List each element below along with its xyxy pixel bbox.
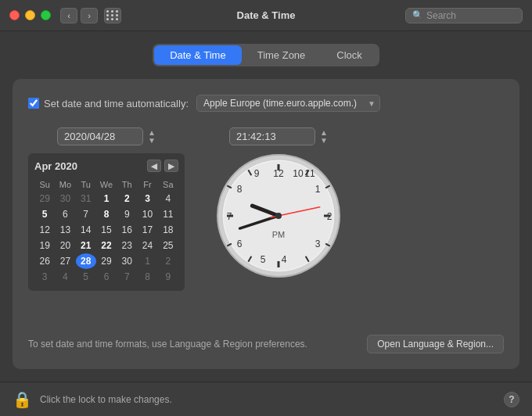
search-icon: 🔍 xyxy=(412,10,423,20)
calendar-day[interactable]: 2 xyxy=(158,253,178,269)
calendar-day[interactable]: 24 xyxy=(137,238,157,253)
auto-set-checkbox[interactable] xyxy=(28,98,39,109)
calendar-day[interactable]: 8 xyxy=(96,206,117,222)
calendar-day[interactable]: 5 xyxy=(76,269,96,285)
calendar-day[interactable]: 4 xyxy=(55,269,75,285)
date-up-arrow[interactable]: ▲ xyxy=(148,129,156,137)
note-text: To set date and time formats, use Langua… xyxy=(28,339,307,350)
time-up-arrow[interactable]: ▲ xyxy=(320,129,328,137)
lock-icon[interactable]: 🔒 xyxy=(13,390,32,409)
minimize-button[interactable] xyxy=(25,10,35,20)
calendar-day[interactable]: 20 xyxy=(55,238,75,253)
datetime-row: 2020/04/28 ▲ ▼ Apr 2020 ◀ ▶ xyxy=(28,127,504,291)
calendar-day[interactable]: 11 xyxy=(158,206,178,222)
calendar-day[interactable]: 5 xyxy=(34,206,55,222)
calendar-day[interactable]: 15 xyxy=(96,222,117,238)
back-button[interactable]: ‹ xyxy=(60,8,77,23)
calendar-prev-button[interactable]: ◀ xyxy=(147,160,161,172)
calendar-day[interactable]: 30 xyxy=(55,191,75,206)
lock-text: Click the lock to make changes. xyxy=(40,394,496,405)
calendar-day[interactable]: 29 xyxy=(34,191,55,206)
svg-text:1: 1 xyxy=(315,184,321,195)
calendar-day[interactable]: 26 xyxy=(34,253,55,269)
calendar-nav: ◀ ▶ xyxy=(147,160,178,172)
calendar-day[interactable]: 6 xyxy=(96,269,117,285)
calendar-day[interactable]: 19 xyxy=(34,238,55,253)
svg-text:12: 12 xyxy=(273,168,284,179)
svg-text:11: 11 xyxy=(304,168,315,179)
calendar-grid: Su Mo Tu We Th Fr Sa 2930311234567891011… xyxy=(34,178,178,285)
maximize-button[interactable] xyxy=(41,10,51,20)
tab-date-time[interactable]: Date & Time xyxy=(154,45,242,65)
time-input-box[interactable]: 21:42:13 xyxy=(229,127,315,145)
calendar-day[interactable]: 4 xyxy=(158,191,178,206)
calendar-day[interactable]: 3 xyxy=(34,269,55,285)
grid-button[interactable] xyxy=(104,8,121,23)
nav-buttons: ‹ › xyxy=(60,8,121,23)
time-down-arrow[interactable]: ▼ xyxy=(320,137,328,145)
calendar-day[interactable]: 1 xyxy=(96,191,117,206)
calendar-day[interactable]: 28 xyxy=(76,253,96,269)
date-down-arrow[interactable]: ▼ xyxy=(148,137,156,145)
auto-set-row: Set date and time automatically: Apple E… xyxy=(28,95,504,112)
cal-header-tu: Tu xyxy=(76,178,96,191)
calendar-day[interactable]: 2 xyxy=(117,191,137,206)
date-input-box[interactable]: 2020/04/28 xyxy=(57,127,143,145)
calendar-day[interactable]: 25 xyxy=(158,238,178,253)
calendar-day[interactable]: 10 xyxy=(137,206,157,222)
auto-set-label[interactable]: Set date and time automatically: xyxy=(28,98,189,109)
calendar-day[interactable]: 8 xyxy=(137,269,157,285)
calendar-day[interactable]: 31 xyxy=(76,191,96,206)
cal-header-we: We xyxy=(96,178,117,191)
calendar-day[interactable]: 1 xyxy=(137,253,157,269)
calendar-day[interactable]: 17 xyxy=(137,222,157,238)
footer: 🔒 Click the lock to make changes. ? xyxy=(0,382,532,416)
svg-text:8: 8 xyxy=(237,184,243,195)
calendar-day[interactable]: 23 xyxy=(117,238,137,253)
cal-header-sa: Sa xyxy=(158,178,178,191)
time-section: 21:42:13 ▲ ▼ xyxy=(216,127,341,278)
calendar-day[interactable]: 16 xyxy=(117,222,137,238)
calendar-day[interactable]: 6 xyxy=(55,206,75,222)
calendar-day[interactable]: 9 xyxy=(117,206,137,222)
calendar-day[interactable]: 7 xyxy=(117,269,137,285)
cal-header-su: Su xyxy=(34,178,55,191)
date-section: 2020/04/28 ▲ ▼ Apr 2020 ◀ ▶ xyxy=(28,127,185,291)
calendar-day[interactable]: 18 xyxy=(158,222,178,238)
calendar-day[interactable]: 7 xyxy=(76,206,96,222)
cal-header-th: Th xyxy=(117,178,137,191)
search-box[interactable]: 🔍 xyxy=(405,8,523,23)
calendar-day[interactable]: 13 xyxy=(55,222,75,238)
svg-text:2: 2 xyxy=(327,211,332,222)
server-dropdown[interactable]: Apple Europe (time.euro.apple.com.) xyxy=(196,95,380,112)
svg-text:3: 3 xyxy=(315,238,321,249)
calendar-day[interactable]: 27 xyxy=(55,253,75,269)
forward-button[interactable]: › xyxy=(81,8,98,23)
tab-clock[interactable]: Clock xyxy=(321,45,378,65)
calendar-day[interactable]: 29 xyxy=(96,253,117,269)
search-input[interactable] xyxy=(426,10,520,21)
bottom-note: To set date and time formats, use Langua… xyxy=(28,322,504,353)
time-input-row: 21:42:13 ▲ ▼ xyxy=(229,127,328,145)
clock-svg: 12 1 2 3 4 5 6 7 8 9 10 11 PM xyxy=(216,153,341,278)
calendar-day[interactable]: 21 xyxy=(76,238,96,253)
calendar-day[interactable]: 30 xyxy=(117,253,137,269)
clock-face: 12 1 2 3 4 5 6 7 8 9 10 11 PM xyxy=(216,153,341,278)
help-button[interactable]: ? xyxy=(504,392,519,407)
svg-text:4: 4 xyxy=(282,254,287,265)
date-stepper[interactable]: ▲ ▼ xyxy=(148,129,156,145)
calendar-month-year: Apr 2020 xyxy=(34,160,77,172)
calendar-next-button[interactable]: ▶ xyxy=(164,160,178,172)
tab-time-zone[interactable]: Time Zone xyxy=(242,45,322,65)
calendar-day[interactable]: 3 xyxy=(137,191,157,206)
close-button[interactable] xyxy=(9,10,20,20)
time-stepper[interactable]: ▲ ▼ xyxy=(320,129,328,145)
content-area: Date & Time Time Zone Clock Set date and… xyxy=(0,31,532,382)
open-language-region-button[interactable]: Open Language & Region... xyxy=(367,335,504,353)
calendar-day[interactable]: 22 xyxy=(96,238,117,253)
tab-bar: Date & Time Time Zone Clock xyxy=(13,44,519,66)
window-title: Date & Time xyxy=(237,9,296,21)
calendar-day[interactable]: 14 xyxy=(76,222,96,238)
calendar-day[interactable]: 12 xyxy=(34,222,55,238)
calendar-day[interactable]: 9 xyxy=(158,269,178,285)
